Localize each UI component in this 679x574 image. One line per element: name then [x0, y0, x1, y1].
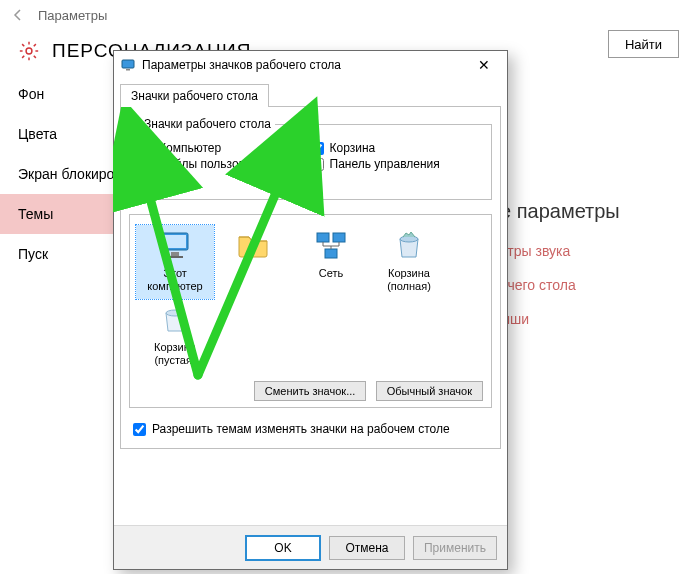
svg-rect-13	[164, 235, 186, 248]
window-titlebar: Параметры	[0, 0, 679, 30]
related-settings-pane: е параметры етры звука очего стола ыши	[500, 200, 679, 345]
dialog-title: Параметры значков рабочего стола	[142, 58, 467, 72]
window-title: Параметры	[38, 8, 107, 23]
checkbox-input[interactable]	[311, 158, 324, 171]
checkbox-user-files[interactable]: Файлы пользователя	[140, 157, 311, 171]
checkbox-input[interactable]	[140, 142, 153, 155]
related-link[interactable]: очего стола	[500, 277, 679, 293]
checkbox-label: Файлы пользователя	[159, 157, 276, 171]
sidebar-item-label: Цвета	[18, 126, 57, 142]
restore-default-button[interactable]: Обычный значок	[376, 381, 483, 401]
svg-line-6	[34, 56, 36, 58]
bin-empty-icon	[157, 301, 193, 337]
svg-rect-17	[333, 233, 345, 242]
icon-label: Сеть	[292, 267, 370, 280]
network-icon	[313, 227, 349, 263]
checkbox-label: Корзина	[330, 141, 376, 155]
icon-label: Этоткомпьютер	[136, 267, 214, 292]
checkbox-input[interactable]	[133, 423, 146, 436]
svg-line-7	[22, 56, 24, 58]
sidebar-item-label: Фон	[18, 86, 44, 102]
svg-point-0	[26, 48, 32, 54]
svg-rect-15	[167, 256, 183, 258]
change-icon-button[interactable]: Сменить значок...	[254, 381, 367, 401]
pc-icon	[157, 227, 193, 263]
checkbox-computer[interactable]: Компьютер	[140, 141, 311, 155]
icon-label: Корзина(пустая)	[136, 341, 214, 366]
close-icon[interactable]: ✕	[467, 57, 501, 73]
svg-rect-14	[171, 252, 179, 256]
checkbox-label: Сеть	[159, 173, 186, 187]
cancel-button[interactable]: Отмена	[329, 536, 405, 560]
svg-rect-11	[126, 69, 130, 71]
icon-item[interactable]: Сеть	[292, 225, 370, 299]
checkbox-recycle-bin[interactable]: Корзина	[311, 141, 482, 155]
checkbox-label: Компьютер	[159, 141, 221, 155]
svg-line-5	[22, 44, 24, 46]
svg-rect-9	[122, 60, 134, 68]
apply-button[interactable]: Применить	[413, 536, 497, 560]
find-button[interactable]: Найти	[608, 30, 679, 58]
dialog-tabstrip: Значки рабочего стола	[114, 79, 507, 106]
checkbox-input[interactable]	[311, 142, 324, 155]
related-settings-heading: е параметры	[500, 200, 679, 223]
icon-item[interactable]: Корзина(полная)	[370, 225, 448, 299]
sidebar-item-label: Пуск	[18, 246, 48, 262]
allow-themes-checkbox[interactable]: Разрешить темам изменять значки на рабоч…	[133, 422, 488, 436]
icon-item[interactable]: Этоткомпьютер	[136, 225, 214, 299]
checkbox-control-panel[interactable]: Панель управления	[311, 157, 482, 171]
ok-button[interactable]: OK	[245, 535, 321, 561]
icon-item[interactable]: Корзина(пустая)	[136, 299, 214, 373]
checkbox-network[interactable]: Сеть	[140, 173, 311, 187]
bin-full-icon	[391, 227, 427, 263]
checkbox-label: Панель управления	[330, 157, 440, 171]
related-link[interactable]: етры звука	[500, 243, 679, 259]
icon-label: Корзина(полная)	[370, 267, 448, 292]
related-link[interactable]: ыши	[500, 311, 679, 327]
dialog-footer: OK Отмена Применить	[114, 525, 507, 569]
tab-desktop-icons[interactable]: Значки рабочего стола	[120, 84, 269, 107]
svg-line-8	[34, 44, 36, 46]
svg-point-20	[166, 310, 184, 316]
desktop-icons-group: Значки рабочего стола Компьютер Файлы по…	[129, 117, 492, 200]
desktop-icon-settings-dialog: Параметры значков рабочего стола ✕ Значк…	[113, 50, 508, 570]
svg-rect-16	[317, 233, 329, 242]
sidebar-item-label: Темы	[18, 206, 53, 222]
gear-icon	[18, 40, 40, 62]
folder-icon	[235, 227, 271, 263]
svg-rect-18	[325, 249, 337, 258]
checkbox-label: Разрешить темам изменять значки на рабоч…	[152, 422, 450, 436]
checkbox-input[interactable]	[140, 158, 153, 171]
icon-preview-box: ЭтоткомпьютерСетьКорзина(полная)Корзина(…	[129, 214, 492, 408]
checkbox-input[interactable]	[140, 174, 153, 187]
back-arrow-icon[interactable]	[8, 5, 28, 25]
dialog-titlebar: Параметры значков рабочего стола ✕	[114, 51, 507, 79]
dialog-tabpanel: Значки рабочего стола Компьютер Файлы по…	[120, 106, 501, 449]
group-legend: Значки рабочего стола	[140, 117, 275, 131]
icon-item[interactable]	[214, 225, 292, 299]
dialog-title-icon	[120, 57, 136, 73]
